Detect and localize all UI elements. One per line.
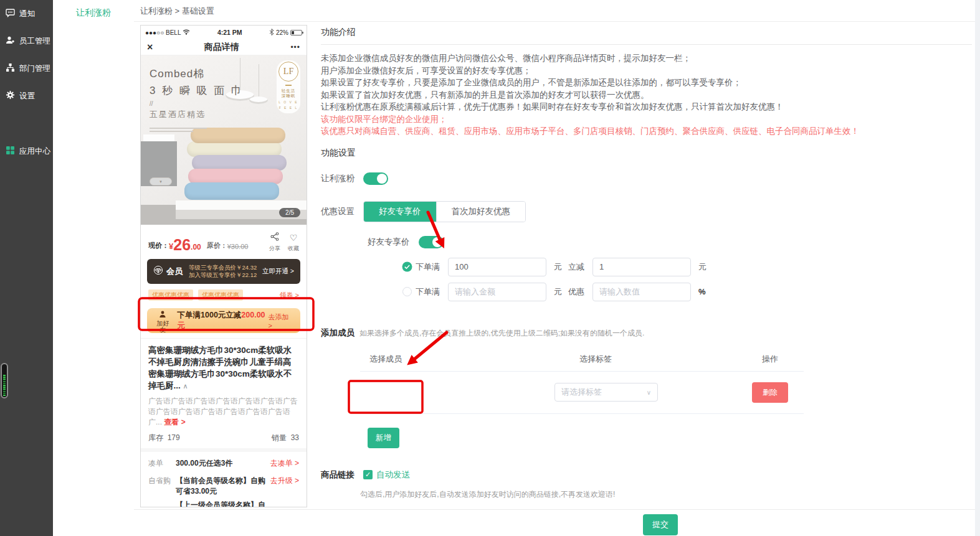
wifi-icon (183, 29, 190, 36)
submenu-panel: 让利涨粉 (53, 0, 134, 536)
submenu-item-active[interactable]: 让利涨粉 (53, 0, 134, 19)
hero-fine-print (150, 128, 244, 132)
get-coupon-link[interactable]: 领券 > (280, 291, 299, 300)
product-link-label: 商品链接 (321, 469, 354, 481)
tab-friend-price[interactable]: 好友专享价 (364, 202, 436, 222)
member-upsell-bar: 会员 等级三专享会员价￥24.32 加入等级五专享价￥22.12 立即开通 > (147, 259, 300, 284)
intro-line-warning: 该优惠只对商城自营、供应商、租赁、应用市场、应用市场子平台、多门店项目核销、门店… (321, 125, 972, 138)
tag-select[interactable]: 请选择标签 ∨ (554, 383, 658, 402)
carrier-label: ●●●○○ BELL (145, 29, 181, 36)
product-title: 高密集珊瑚绒方毛巾30*30cm柔软吸水不掉毛厨房清洁擦手洗碗巾儿童手绢高密集珊… (148, 344, 299, 392)
discount-label: 优惠设置 (321, 206, 354, 217)
price-row: 现价： ¥ 26 .00 原价： ¥30.00 分享 ♡ 收藏 (141, 225, 307, 256)
battery-percent: 22% (276, 29, 288, 36)
phone-page-title: 商品详情 (153, 42, 290, 53)
favorite-button[interactable]: ♡ 收藏 (288, 232, 299, 253)
phone-status-bar: ●●●○○ BELL 4:21 PM 22% (141, 26, 307, 39)
battery-icon (290, 30, 302, 35)
go-add-friend-link[interactable]: 去添加 > (269, 313, 293, 329)
members-table: 选择成员 选择标签 操作 请选择标签 ∨ 删除 (360, 347, 804, 414)
main-sidebar: 通知 员工管理 部门管理 设置 应用中心 (0, 0, 53, 536)
product-ad-text: 广告语广告语广告语广告语广告语广告语广告语广告语广告语广告语广告语广告语广告语广… (148, 396, 299, 428)
more-icon[interactable]: ••• (290, 43, 300, 52)
sidebar-item-employees[interactable]: 员工管理 (0, 27, 53, 55)
submit-button[interactable]: 提交 (643, 514, 678, 535)
department-icon (6, 63, 15, 74)
tab-first-add-discount[interactable]: 首次加好友优惠 (436, 202, 526, 222)
enable-row: 让利涨粉 (321, 172, 972, 185)
app-center-icon (6, 146, 15, 157)
coupon-tag: 优惠优惠优惠 (148, 289, 193, 301)
enable-toggle[interactable] (363, 172, 388, 185)
brand-badge: LF 轻生活 深睡眠 L O V E F E E L (277, 60, 300, 113)
friend-price-label: 好友专享价 (368, 237, 410, 248)
intro-paragraphs: 未添加企业微信成员好友的微信用户访问微信公众号、微信小程序商品详情页时，提示加好… (321, 52, 972, 138)
bluetooth-icon (269, 29, 274, 37)
product-hero-image: Combed棉 3 秒 瞬 吸 面 巾 // 五星酒店精选 ▾ LF 轻生活 深… (141, 55, 307, 225)
share-icon (270, 233, 279, 243)
add-friend-banner[interactable]: 加好友 下单满1000元立减200.00元 去添加 > (147, 308, 300, 333)
share-button[interactable]: 分享 (269, 232, 280, 253)
friend-price-group: 好友专享价 下单满 元 立减 元 下单满 元 优惠 (368, 236, 972, 301)
sidebar-item-settings[interactable]: 设置 (0, 82, 53, 110)
auto-send-checkbox[interactable]: ✓ (363, 470, 373, 479)
collapse-caret-icon[interactable]: ∧ (183, 382, 188, 390)
sidebar-item-label: 通知 (19, 9, 35, 19)
hero-scroll-pill: ▾ (150, 177, 172, 186)
self-buy-row: 自省购 【当前会员等级名称】自购可省33.00元 【上一级会员等级名称】自购可省… (148, 476, 299, 507)
sidebar-item-app-center[interactable]: 应用中心 (0, 138, 53, 165)
friend-banner-left: 加好友 (154, 309, 172, 333)
radio-unchecked-icon[interactable] (402, 287, 412, 296)
intro-line: 让利涨粉优惠在原系统满额减后计算，优先于优惠券！如果同时存在好友专享价和首次加好… (321, 101, 972, 113)
carousel-indicator: 2/5 (279, 208, 300, 217)
gem-icon (153, 266, 163, 277)
members-table-header: 选择成员 选择标签 操作 (360, 347, 804, 372)
member-open-link[interactable]: 立即开通 > (262, 267, 294, 276)
intro-section-title: 功能介绍 (321, 22, 972, 45)
threshold-amount-input[interactable] (448, 258, 546, 276)
members-label: 添加成员 (321, 327, 354, 339)
enable-label: 让利涨粉 (321, 173, 354, 184)
see-more-link[interactable]: 查看 > (164, 418, 185, 426)
members-section: 添加成员 如果选择多个成员,存在会员直推上级的,优先使用上级二维码;如果没有的随… (321, 327, 972, 339)
discount-tabs-row: 优惠设置 好友专享价 首次加好友优惠 (321, 201, 972, 222)
hero-sink (143, 134, 174, 141)
auto-send-label: 自动发送 (376, 469, 410, 481)
main-panel: 让利涨粉 > 基础设置 ●●●○○ BELL 4:21 PM 22% × 商品详… (134, 0, 975, 536)
product-link-hint: 勾选后,用户添加好友后,自动发送添加好友时访问的商品链接,不再发送欢迎语! (360, 489, 972, 500)
discount-tabs: 好友专享价 首次加好友优惠 (363, 201, 526, 222)
go-bundle-link[interactable]: 去凑单 > (270, 458, 299, 469)
intro-line: 未添加企业微信成员好友的微信用户访问微信公众号、微信小程序商品详情页时，提示加好… (321, 52, 972, 65)
original-price: ¥30.00 (227, 243, 249, 253)
close-icon[interactable]: × (147, 42, 153, 52)
go-upgrade-link[interactable]: 去升级 > (270, 476, 299, 507)
sidebar-item-notifications[interactable]: 通知 (0, 0, 53, 27)
pendant-lamp (249, 96, 268, 104)
add-member-button[interactable]: 新增 (368, 428, 399, 448)
settings-icon (6, 90, 15, 101)
settings-section-title: 功能设置 (321, 148, 972, 159)
sidebar-item-label: 应用中心 (19, 146, 50, 157)
radio-checked-icon[interactable] (402, 261, 412, 272)
member-price-lines: 等级三专享会员价￥24.32 加入等级五专享价￥22.12 (189, 264, 257, 279)
sidebar-item-departments[interactable]: 部门管理 (0, 55, 53, 82)
friend-banner-text: 下单满1000元立减200.00元 (178, 310, 269, 331)
sidebar-item-label: 设置 (19, 91, 35, 101)
bundle-row: 凑单 300.00元任选3件 去凑单 > (148, 458, 299, 469)
employee-icon (6, 35, 15, 47)
battery-level-widget (1, 363, 8, 398)
hero-copy: Combed棉 3 秒 瞬 吸 面 巾 // 五星酒店精选 (150, 67, 244, 134)
product-link-row: 商品链接 ✓ 自动发送 (321, 469, 972, 481)
rule-row-fixed: 下单满 元 立减 元 (402, 258, 972, 276)
friend-price-toggle[interactable] (419, 236, 444, 248)
threshold-amount-input-2[interactable] (448, 283, 546, 301)
table-row: 请选择标签 ∨ 删除 (360, 372, 804, 414)
intro-line: 用户添加企业微信好友后，可享受设置的好友专享优惠； (321, 65, 972, 77)
coupon-row: 优惠优惠优惠 优惠优惠优惠 领券 > (141, 284, 307, 306)
promo-section: 凑单 300.00元任选3件 去凑单 > 自省购 【当前会员等级名称】自购可省3… (141, 448, 307, 507)
delete-button[interactable]: 删除 (752, 382, 788, 403)
discount-percent-input[interactable] (592, 283, 691, 301)
reduce-amount-input[interactable] (592, 258, 691, 276)
heart-icon: ♡ (290, 233, 298, 243)
coupon-tag: 优惠优惠优惠 (198, 289, 243, 301)
